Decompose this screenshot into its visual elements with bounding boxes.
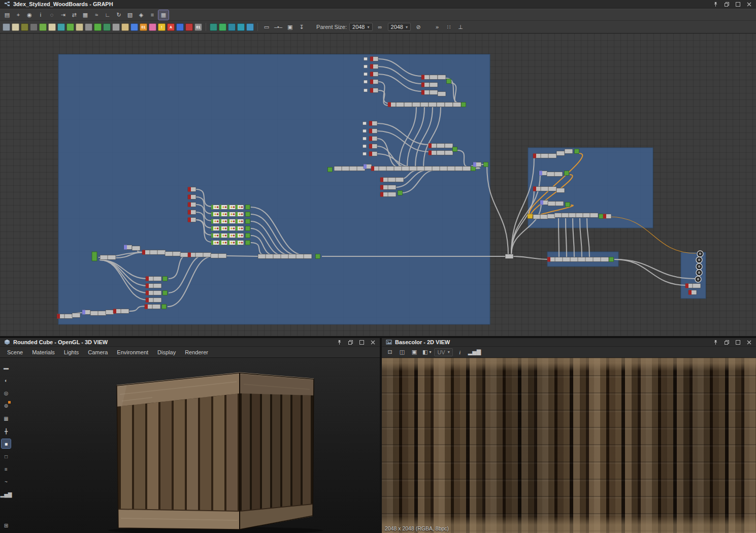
node-hsl[interactable] [149, 23, 156, 31]
maximize-icon[interactable] [735, 339, 741, 345]
graph-node[interactable] [227, 226, 236, 231]
graph-node[interactable] [437, 144, 445, 148]
menu-scene[interactable]: Scene [3, 348, 27, 356]
node-value-01[interactable]: 01 [140, 23, 147, 31]
graph-node[interactable] [388, 178, 396, 182]
graph-node[interactable] [258, 254, 266, 259]
graph-node[interactable] [370, 88, 378, 93]
graph-node[interactable] [188, 203, 196, 207]
node-levels[interactable] [48, 23, 56, 31]
graph-node[interactable] [227, 219, 236, 224]
node-binary-01[interactable]: 01 [194, 23, 202, 31]
graph-node[interactable] [146, 284, 154, 288]
node-text[interactable]: A [167, 23, 175, 31]
graph-node[interactable] [236, 219, 244, 224]
size-reset-icon[interactable]: ⊘ [413, 22, 423, 32]
graph-node[interactable] [421, 75, 430, 80]
graph-node[interactable] [227, 205, 236, 210]
zoom-tool-icon[interactable]: ◌ [47, 10, 57, 20]
graph-node[interactable] [153, 277, 161, 281]
relayout-icon[interactable]: ↻ [114, 10, 124, 20]
graph-node[interactable] [219, 219, 227, 224]
graph-node[interactable] [445, 151, 453, 155]
float-icon[interactable] [347, 339, 353, 345]
graph-node[interactable] [281, 254, 289, 259]
graph-node[interactable] [219, 226, 227, 231]
graph-node[interactable] [438, 75, 446, 80]
graph-node[interactable] [601, 257, 609, 262]
3d-viewport[interactable]: ▬◐◎⊛▦╋■□≡~▂▅▇⊞ [0, 358, 380, 533]
graph-node[interactable] [380, 185, 388, 190]
shuffle-icon[interactable]: ⇄ [69, 10, 79, 20]
graph-node[interactable] [394, 166, 402, 171]
graph-node[interactable] [364, 89, 368, 92]
parent-height-select[interactable]: 2048▾ [388, 23, 411, 31]
graph-node[interactable] [363, 152, 367, 155]
node-sphere[interactable] [112, 23, 120, 31]
node-uniform-color[interactable] [130, 23, 138, 31]
graph-node[interactable] [570, 257, 578, 262]
graph-node[interactable] [64, 314, 73, 319]
snap-grid-icon[interactable]: ▦ [158, 10, 169, 20]
graph-node[interactable] [157, 250, 166, 255]
graph-node[interactable] [98, 311, 106, 316]
graph-node[interactable] [430, 90, 438, 95]
graph-node[interactable] [430, 75, 438, 80]
graph-node[interactable] [100, 255, 108, 260]
info-icon[interactable]: i [455, 347, 465, 357]
graph-node[interactable] [246, 205, 250, 210]
graph-node[interactable] [380, 178, 388, 182]
2d-viewport[interactable]: 2048 x 2048 (RGBA, 8bpc) [382, 358, 756, 533]
menu-renderer[interactable]: Renderer [181, 348, 212, 356]
graph-node[interactable] [211, 205, 219, 210]
graph-node[interactable] [590, 213, 598, 218]
graph-node[interactable] [533, 187, 541, 191]
graph-node[interactable] [696, 257, 702, 263]
graph-node[interactable] [402, 166, 410, 171]
graph-node[interactable] [447, 79, 451, 84]
graph-node[interactable] [203, 253, 211, 257]
wireframe-icon[interactable]: ▦ [2, 414, 11, 423]
maximize-icon[interactable] [735, 1, 741, 7]
graph-node[interactable] [548, 154, 556, 158]
uv-overlay-select[interactable]: UV▾ [434, 348, 452, 356]
graph-node[interactable] [370, 72, 378, 77]
link-cut-icon[interactable]: ▧ [125, 10, 135, 20]
graph-node[interactable] [429, 144, 437, 148]
graph-node[interactable] [471, 166, 476, 171]
graph-node[interactable] [371, 166, 379, 171]
graph-node[interactable] [218, 254, 226, 258]
graph-node[interactable] [72, 313, 80, 318]
graph-node[interactable] [236, 212, 244, 217]
graph-node[interactable] [404, 103, 412, 107]
graph-node[interactable] [334, 166, 342, 171]
graph-node[interactable] [219, 241, 227, 245]
graph-node[interactable] [246, 226, 250, 231]
comment-icon[interactable]: ▭ [261, 22, 272, 32]
curve-icon[interactable]: ~ [2, 477, 11, 486]
filter-pair-icon[interactable]: » [432, 22, 442, 32]
graph-node[interactable] [547, 214, 555, 219]
node-height[interactable] [103, 23, 111, 31]
stats-icon[interactable]: ▂▅▇ [2, 490, 11, 499]
graph-node[interactable] [421, 90, 430, 95]
graph-node[interactable] [555, 257, 563, 262]
graph-node[interactable] [541, 154, 549, 158]
histogram-icon[interactable]: ▂▅▇ [467, 347, 482, 357]
graph-node[interactable] [363, 137, 367, 140]
graph-node[interactable] [575, 149, 579, 154]
graph-node[interactable] [603, 214, 611, 219]
graph-node[interactable] [188, 187, 196, 192]
graph-node[interactable] [437, 103, 445, 107]
close-icon[interactable] [746, 339, 752, 345]
graph-node[interactable] [90, 311, 98, 316]
graph-node[interactable] [236, 234, 244, 238]
filter-mode-icon[interactable]: ◧▾ [421, 347, 432, 357]
graph-node[interactable] [430, 83, 438, 87]
graph-node[interactable] [121, 309, 129, 314]
render-settings-icon[interactable]: ⊛ [2, 401, 11, 410]
viewport-display-icon[interactable]: ▬ [2, 363, 11, 372]
graph-node[interactable] [296, 254, 304, 259]
graph-node[interactable] [132, 246, 140, 251]
graph-node[interactable] [363, 145, 367, 148]
